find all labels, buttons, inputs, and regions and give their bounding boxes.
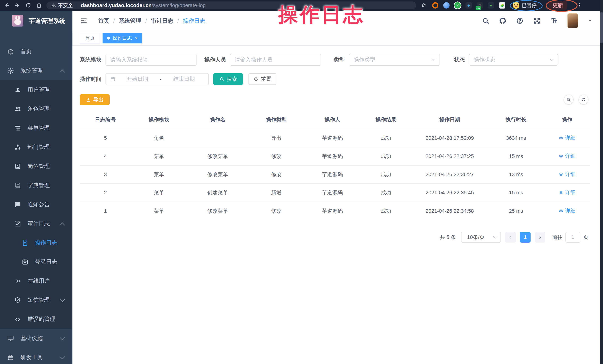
status-select[interactable]: 操作状态 — [469, 54, 558, 66]
sidebar-item-post-mgmt[interactable]: 岗位管理 — [0, 157, 72, 176]
cell-duration: 25 ms — [488, 202, 544, 220]
sidebar-item-dept-mgmt[interactable]: 部门管理 — [0, 138, 72, 157]
browser-menu-kebab-icon[interactable] — [577, 3, 582, 8]
sidebar-item-dev-tools[interactable]: 研发工具 — [0, 348, 72, 364]
font-size-icon[interactable] — [550, 17, 558, 24]
extension-orange-ring-icon[interactable] — [432, 2, 438, 9]
end-date-placeholder: 结束日期 — [164, 75, 204, 83]
header-actions — [482, 13, 603, 28]
extension-puzzle-icon[interactable]: 🧩 — [499, 2, 505, 9]
sidebar-item-login-log[interactable]: 登录日志 — [0, 252, 72, 271]
sidebar-collapse-icon[interactable] — [80, 17, 88, 25]
extension-green-leaf-icon[interactable]: ● — [488, 2, 494, 9]
extension-blue-pin-icon[interactable] — [443, 2, 450, 9]
chevron-left-icon — [508, 235, 512, 240]
profile-paused-chip[interactable]: 已暂停 — [512, 1, 540, 10]
date-range-picker[interactable]: 开始日期 - 结束日期 — [105, 73, 209, 85]
refresh-table-button[interactable] — [579, 95, 589, 105]
tab-operate-log[interactable]: 操作日志× — [103, 33, 142, 44]
filter-operator: 操作人员 — [204, 54, 321, 66]
sidebar-item-online-users[interactable]: 在线用户 — [0, 271, 72, 290]
app-logo-row[interactable]: 芋道管理系统 — [0, 11, 72, 31]
close-tab-icon[interactable]: × — [135, 36, 138, 41]
sidebar-item-sms-mgmt[interactable]: 短信管理 — [0, 290, 72, 310]
app-logo-rabbit — [12, 15, 23, 27]
column-header: 操作模块 — [131, 111, 187, 129]
tab-home[interactable]: 首页 — [80, 33, 100, 44]
export-button-label: 导出 — [93, 96, 104, 103]
github-icon[interactable] — [499, 17, 506, 24]
table-row: 3菜单修改菜单修改芋道源码成功2021-04-26 22:36:2713 ms详… — [80, 165, 590, 184]
type-select[interactable]: 操作类型 — [349, 54, 440, 66]
breadcrumb-item[interactable]: 首页 — [98, 17, 109, 25]
cell-duration: 15 ms — [488, 184, 544, 202]
extension-blue-gem-icon[interactable]: ◆ — [465, 2, 472, 9]
browser-scrollbar[interactable] — [600, 0, 603, 364]
sidebar-item-infrastructure[interactable]: 基础设施 — [0, 329, 72, 348]
org-tree-icon — [14, 144, 21, 151]
detail-link[interactable]: 详细 — [558, 153, 576, 160]
sidebar-item-dict-mgmt[interactable]: 字典管理 — [0, 176, 72, 195]
goto-page-input[interactable] — [566, 232, 580, 243]
sidebar-item-role-mgmt[interactable]: 角色管理 — [0, 99, 72, 118]
detail-link[interactable]: 详细 — [558, 189, 576, 196]
export-button[interactable]: 导出 — [80, 94, 110, 105]
page-number-1[interactable]: 1 — [520, 232, 531, 243]
sidebar-item-user-mgmt[interactable]: 用户管理 — [0, 80, 72, 99]
detail-link[interactable]: 详细 — [558, 171, 576, 178]
cell-duration: 3634 ms — [488, 129, 544, 147]
active-tab-dot — [107, 37, 110, 40]
bookmark-star-icon[interactable] — [421, 3, 427, 8]
operator-input[interactable] — [235, 57, 316, 63]
not-secure-warning: 不安全 — [51, 2, 73, 9]
sidebar-item-error-code-mgmt[interactable]: 错误码管理 — [0, 310, 72, 329]
sidebar-item-home[interactable]: 首页 — [0, 42, 72, 61]
search-button[interactable]: 搜索 — [213, 73, 243, 85]
warning-triangle-icon — [51, 3, 56, 8]
message-icon — [14, 201, 21, 208]
detail-link[interactable]: 详细 — [558, 134, 576, 142]
detail-link[interactable]: 详细 — [558, 207, 576, 214]
sidebar-item-label: 系统管理 — [20, 67, 43, 74]
table-row: 1菜单修改菜单修改芋道源码成功2021-04-26 22:34:5825 ms详… — [80, 202, 590, 220]
search-icon — [566, 97, 571, 102]
reset-button[interactable]: 重置 — [248, 73, 277, 85]
prev-page-button[interactable] — [505, 232, 516, 243]
avatar-caret-down-icon[interactable] — [588, 18, 592, 23]
cell-result: 成功 — [360, 165, 411, 184]
hide-search-button[interactable] — [564, 95, 574, 105]
help-icon[interactable] — [516, 17, 523, 24]
breadcrumb-item[interactable]: 审计日志 — [151, 17, 173, 25]
browser-back-icon[interactable] — [3, 1, 11, 10]
browser-update-button[interactable]: 更新 — [549, 1, 567, 10]
user-avatar[interactable] — [567, 13, 578, 28]
extension-dark-list-icon[interactable]: ≡on — [477, 2, 483, 9]
system-module-input[interactable] — [110, 57, 192, 63]
search-icon — [219, 77, 224, 82]
goto-suffix: 页 — [583, 234, 589, 241]
browser-address-bar[interactable]: 不安全 dashboard.yudao.iocoder.cn/system/lo… — [46, 1, 416, 9]
sidebar-item-operate-log[interactable]: 操作日志 — [0, 233, 72, 252]
detail-link-label: 详细 — [565, 153, 576, 160]
extension-green-v-icon[interactable]: V — [454, 2, 461, 9]
filter-form: 系统模块 操作人员 类型 操作类型 状态 — [72, 46, 600, 85]
header-search-icon[interactable] — [482, 17, 489, 24]
page-size-select[interactable]: 10条/页 — [461, 232, 501, 243]
next-page-button[interactable] — [535, 232, 545, 243]
browser-forward-icon[interactable] — [13, 1, 22, 10]
sidebar-item-audit-log[interactable]: 审计日志 — [0, 214, 72, 233]
sidebar-item-system-mgmt[interactable]: 系统管理 — [0, 61, 72, 80]
scrollbar-thumb[interactable] — [600, 12, 603, 44]
browser-home-icon[interactable] — [35, 1, 43, 10]
sidebar-item-label: 短信管理 — [27, 296, 50, 304]
column-header: 操作结果 — [360, 111, 411, 129]
operator-label: 操作人员 — [204, 56, 226, 64]
breadcrumb-item[interactable]: 系统管理 — [119, 17, 141, 25]
fullscreen-icon[interactable] — [533, 17, 541, 24]
update-label: 更新 — [553, 2, 563, 9]
browser-reload-icon[interactable] — [24, 1, 32, 10]
sidebar-item-menu-mgmt[interactable]: 菜单管理 — [0, 118, 72, 138]
filter-row-1: 系统模块 操作人员 类型 操作类型 状态 — [80, 54, 600, 66]
chevron-down-icon — [60, 354, 65, 359]
sidebar-item-notice[interactable]: 通知公告 — [0, 195, 72, 214]
